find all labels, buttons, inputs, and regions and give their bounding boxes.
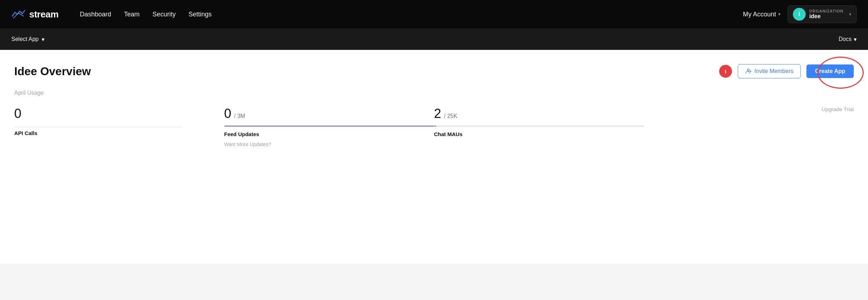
- feed-updates-value: 0: [224, 106, 231, 121]
- upgrade-trial-button[interactable]: Upgrade Trial: [822, 106, 854, 112]
- invite-members-icon: [745, 68, 752, 74]
- chat-maus-limit: / 25K: [444, 113, 457, 119]
- nav-right: My Account ▾ I ORGANIZATION idee ▾: [743, 5, 857, 23]
- org-chevron-icon: ▾: [849, 12, 851, 17]
- org-label: ORGANIZATION: [809, 9, 843, 13]
- docs-chevron-icon: ▾: [854, 36, 857, 43]
- metric-upgrade: Upgrade Trial: [644, 106, 854, 112]
- chat-maus-bar-fill: [434, 125, 436, 127]
- stream-logo-icon: [11, 9, 26, 19]
- usage-grid: 0 API Calls 0 / 3M Feed Updates Want Mor…: [14, 106, 854, 147]
- api-calls-value: 0: [14, 106, 21, 121]
- sub-nav: Select App ▾ Docs ▾: [0, 29, 868, 50]
- feed-updates-label: Feed Updates: [224, 131, 434, 137]
- feed-updates-limit: / 3M: [234, 113, 245, 119]
- create-app-wrapper: Create App: [806, 64, 854, 78]
- top-nav: stream Dashboard Team Security Settings …: [0, 0, 868, 29]
- metric-feed-updates: 0 / 3M Feed Updates Want More Updates?: [224, 106, 434, 147]
- feed-updates-bar: [224, 125, 434, 127]
- invite-members-label: Invite Members: [754, 68, 793, 74]
- org-dropdown[interactable]: I ORGANIZATION idee ▾: [788, 5, 857, 23]
- nav-link-settings[interactable]: Settings: [188, 11, 211, 18]
- feed-updates-bar-fill: [224, 125, 434, 127]
- metric-chat-maus: 2 / 25K Chat MAUs: [434, 106, 644, 137]
- select-app-button[interactable]: Select App ▾: [11, 36, 45, 43]
- org-info: ORGANIZATION idee: [809, 9, 843, 20]
- create-app-button[interactable]: Create App: [806, 64, 854, 78]
- metric-api-calls: 0 API Calls: [14, 106, 224, 136]
- api-calls-value-row: 0: [14, 106, 224, 121]
- nav-links: Dashboard Team Security Settings: [80, 11, 729, 18]
- logo-text: stream: [29, 9, 58, 20]
- main-content: Idee Overview I Invite Members Create Ap…: [0, 50, 868, 264]
- logo-area[interactable]: stream: [11, 9, 58, 20]
- my-account-button[interactable]: My Account ▾: [743, 11, 780, 18]
- user-avatar: I: [719, 65, 732, 78]
- overview-actions: I Invite Members Create App: [719, 64, 854, 78]
- org-avatar: I: [793, 8, 806, 21]
- nav-link-dashboard[interactable]: Dashboard: [80, 11, 111, 18]
- chat-maus-bar: [434, 125, 644, 127]
- my-account-label: My Account: [743, 11, 776, 18]
- select-app-label: Select App: [11, 36, 39, 42]
- nav-link-security[interactable]: Security: [152, 11, 176, 18]
- api-calls-label: API Calls: [14, 130, 224, 136]
- overview-header: Idee Overview I Invite Members Create Ap…: [14, 64, 854, 78]
- usage-section-label: April Usage: [14, 90, 854, 96]
- want-more-updates-link[interactable]: Want More Updates?: [224, 141, 434, 147]
- api-calls-bar: [14, 127, 182, 127]
- chat-maus-label: Chat MAUs: [434, 131, 644, 137]
- org-name: idee: [809, 13, 843, 20]
- select-app-chevron-icon: ▾: [42, 36, 45, 43]
- docs-button[interactable]: Docs ▾: [839, 36, 857, 43]
- chevron-down-icon: ▾: [778, 12, 780, 17]
- feed-updates-value-row: 0 / 3M: [224, 106, 434, 121]
- nav-link-team[interactable]: Team: [124, 11, 140, 18]
- invite-members-button[interactable]: Invite Members: [738, 64, 801, 78]
- chat-maus-value-row: 2 / 25K: [434, 106, 644, 121]
- page-title: Idee Overview: [14, 65, 91, 78]
- chat-maus-value: 2: [434, 106, 441, 121]
- docs-label: Docs: [839, 36, 852, 42]
